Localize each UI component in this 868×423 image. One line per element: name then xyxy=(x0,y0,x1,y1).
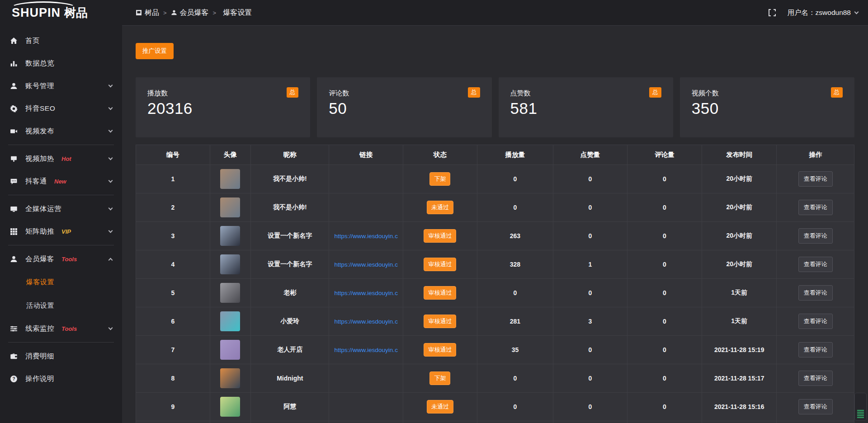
wallet-icon xyxy=(10,352,19,360)
sidebar-divider xyxy=(8,245,114,245)
cell-status: 审核通过 xyxy=(403,307,477,336)
user-menu[interactable]: 用户名： zswodun88 xyxy=(788,8,858,18)
sidebar-item-tag: VIP xyxy=(61,228,71,235)
column-header: 链接 xyxy=(329,145,403,165)
cell-comments: 0 xyxy=(627,193,702,222)
chat-icon xyxy=(10,178,19,185)
avatar xyxy=(220,226,240,246)
status-badge[interactable]: 审核通过 xyxy=(424,315,456,328)
status-badge[interactable]: 未通过 xyxy=(427,201,453,214)
app-root: SHUPIN 树品 首页 数据总览 账号管理 抖音SEO 视频发布 视频加热 xyxy=(0,0,868,423)
view-comments-button[interactable]: 查看评论 xyxy=(798,371,833,386)
cell-status: 未通过 xyxy=(403,393,477,421)
cell-status: 审核通过 xyxy=(403,250,477,279)
sidebar-item[interactable]: 视频发布 xyxy=(0,120,122,142)
column-header: 昵称 xyxy=(251,145,329,165)
table-row: 6 小爱玲 https://www.iesdouyin.c 审核通过 281 3… xyxy=(136,307,854,336)
cell-link: https://www.iesdouyin.c xyxy=(329,307,403,336)
sidebar-divider xyxy=(8,195,114,195)
chevron-down-icon xyxy=(108,105,113,110)
video-link[interactable]: https://www.iesdouyin.c xyxy=(329,347,403,353)
status-badge[interactable]: 下架 xyxy=(429,172,450,186)
sidebar-item-label: 操作说明 xyxy=(25,374,54,384)
sidebar-item[interactable]: 数据总览 xyxy=(0,52,122,75)
stat-label: 评论数 xyxy=(329,89,480,98)
stat-label: 播放数 xyxy=(147,89,298,98)
status-badge[interactable]: 审核通过 xyxy=(424,286,456,300)
cell-avatar xyxy=(210,393,251,421)
cell-nickname: 老彬 xyxy=(251,279,329,307)
sidebar-item[interactable]: 账号管理 xyxy=(0,75,122,97)
sidebar-item[interactable]: 视频加热 Hot xyxy=(0,147,122,170)
cell-plays: 0 xyxy=(477,193,553,222)
chevron-down-icon xyxy=(854,9,859,14)
user-icon xyxy=(10,82,19,90)
cell-likes xyxy=(553,421,627,423)
cell-nickname: 我不是小帅! xyxy=(251,165,329,193)
sidebar-item[interactable]: 矩阵助推 VIP xyxy=(0,220,122,243)
sidebar-item[interactable]: 爆客设置 xyxy=(0,270,122,294)
sidebar-item-tag: Hot xyxy=(61,155,71,162)
view-comments-button[interactable]: 查看评论 xyxy=(798,314,833,329)
status-badge[interactable]: 审核通过 xyxy=(424,258,456,271)
cell-id: 2 xyxy=(136,193,210,222)
svg-text:?: ? xyxy=(12,376,15,381)
view-comments-button[interactable]: 查看评论 xyxy=(798,200,833,215)
avatar xyxy=(220,340,240,360)
cell-action: 查看评论 xyxy=(777,364,854,393)
table-row: 2 我不是小帅! 未通过 0 0 0 20小时前 查看评论 xyxy=(136,193,854,222)
chevron-down-icon xyxy=(108,155,113,160)
view-comments-button[interactable]: 查看评论 xyxy=(798,399,833,414)
cell-avatar xyxy=(210,222,251,250)
view-comments-button[interactable]: 查看评论 xyxy=(798,171,833,187)
video-link[interactable]: https://www.iesdouyin.c xyxy=(329,290,403,296)
sidebar-item[interactable]: 会员爆客 Tools xyxy=(0,248,122,270)
status-badge[interactable]: 审核通过 xyxy=(424,343,456,357)
sidebar-item[interactable]: 消费明细 xyxy=(0,345,122,367)
breadcrumb-member[interactable]: 会员爆客 xyxy=(171,8,209,18)
home-icon xyxy=(10,37,19,45)
question-icon: ? xyxy=(10,375,19,383)
cell-avatar xyxy=(210,307,251,336)
sidebar-item[interactable]: 首页 xyxy=(0,29,122,52)
sidebar-item[interactable]: 抖音SEO xyxy=(0,97,122,120)
video-link[interactable]: https://www.iesdouyin.c xyxy=(329,233,403,240)
avatar xyxy=(220,397,240,417)
view-comments-button[interactable]: 查看评论 xyxy=(798,257,833,272)
sidebar-item[interactable]: 抖客通 New xyxy=(0,170,122,193)
view-comments-button[interactable]: 查看评论 xyxy=(798,285,833,301)
cell-action: 查看评论 xyxy=(777,165,854,193)
cell-id: 8 xyxy=(136,364,210,393)
sidebar-item-tag: New xyxy=(54,178,66,185)
view-comments-button[interactable]: 查看评论 xyxy=(798,342,833,357)
cell-status: 审核通过 xyxy=(403,279,477,307)
table-header-row: 编号头像昵称链接状态播放量点赞量评论量发布时间操作 xyxy=(136,145,854,165)
breadcrumb-home[interactable]: 树品 xyxy=(136,8,159,18)
status-badge[interactable]: 审核通过 xyxy=(424,229,456,243)
cell-id: 5 xyxy=(136,279,210,307)
cell-avatar xyxy=(210,421,251,423)
status-badge[interactable]: 下架 xyxy=(429,371,450,385)
promo-settings-button[interactable]: 推广设置 xyxy=(136,43,174,59)
status-badge[interactable]: 未通过 xyxy=(427,400,453,414)
floating-widget[interactable] xyxy=(854,393,867,421)
column-header: 点赞量 xyxy=(553,145,627,165)
square-icon xyxy=(136,9,142,16)
sidebar-item[interactable]: 线索监控 Tools xyxy=(0,317,122,340)
cell-likes: 0 xyxy=(553,336,627,364)
chevron-down-icon xyxy=(108,325,113,330)
avatar xyxy=(220,283,240,303)
cell-plays: 281 xyxy=(477,307,553,336)
view-comments-button[interactable]: 查看评论 xyxy=(798,228,833,244)
fullscreen-icon[interactable] xyxy=(769,9,776,16)
sidebar-item[interactable]: 活动设置 xyxy=(0,294,122,317)
sidebar-item[interactable]: 全媒体运营 xyxy=(0,197,122,220)
cell-comments xyxy=(627,421,702,423)
avatar xyxy=(220,254,240,274)
video-link[interactable]: https://www.iesdouyin.c xyxy=(329,261,403,268)
video-link[interactable]: https://www.iesdouyin.c xyxy=(329,318,403,325)
cell-link xyxy=(329,364,403,393)
stat-value: 50 xyxy=(329,99,480,118)
sidebar-item[interactable]: ? 操作说明 xyxy=(0,367,122,390)
cell-plays: 0 xyxy=(477,364,553,393)
